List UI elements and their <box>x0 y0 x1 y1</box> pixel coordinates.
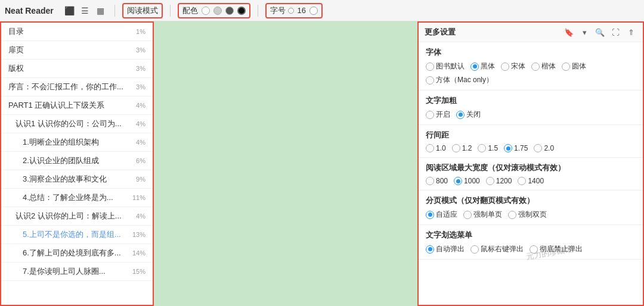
toc-item-percent: 4% <box>136 102 145 109</box>
collapse-icon[interactable]: ⇑ <box>625 26 637 38</box>
toc-item-percent: 4% <box>136 120 145 127</box>
radio-label: 1400 <box>528 177 544 185</box>
radio-circle <box>531 63 540 71</box>
radio-item[interactable]: 楷体 <box>531 61 556 71</box>
color-gray[interactable] <box>213 7 222 15</box>
radio-circle <box>486 177 494 185</box>
radio-label: 1000 <box>464 177 480 185</box>
radio-item[interactable]: 1.75 <box>504 144 528 152</box>
toc-item-text: 目录 <box>8 26 134 37</box>
radio-circle <box>504 144 512 152</box>
radio-label: 关闭 <box>466 110 481 120</box>
color-dark[interactable] <box>225 7 234 15</box>
toc-item-text: 1.明晰企业的组织架构 <box>23 137 134 148</box>
toc-item-percent: 4% <box>136 213 145 220</box>
radio-item[interactable]: 1.5 <box>478 144 498 152</box>
radio-item[interactable]: 开启 <box>426 110 450 120</box>
radio-label: 彻底禁止弹出 <box>540 244 583 254</box>
radio-item[interactable]: 黑体 <box>470 61 495 71</box>
radio-label: 800 <box>436 177 448 185</box>
settings-section: 行间距1.01.21.51.752.0 <box>419 125 643 158</box>
color-white[interactable] <box>202 7 210 15</box>
toc-item-percent: 3% <box>136 83 145 90</box>
radio-circle <box>426 144 434 152</box>
radio-item[interactable]: 2.0 <box>534 144 554 152</box>
radio-item[interactable]: 强制双页 <box>508 210 547 220</box>
radio-label: 自适应 <box>436 210 457 220</box>
radio-item[interactable]: 宋体 <box>501 61 525 71</box>
radio-circle <box>534 144 542 152</box>
toc-item[interactable]: 目录1% <box>1 23 153 41</box>
toc-item[interactable]: 3.洞察企业的故事和文化9% <box>1 170 153 189</box>
search-icon[interactable]: 🔍 <box>594 26 606 38</box>
toc-item-percent: 1% <box>136 28 145 35</box>
radio-item[interactable]: 方体（Mac only） <box>426 75 493 85</box>
radio-label: 鼠标右键弹出 <box>481 244 524 254</box>
radio-label: 宋体 <box>511 61 525 71</box>
radio-item[interactable]: 1400 <box>518 177 544 185</box>
radio-group: 图书默认黑体宋体楷体圆体方体（Mac only） <box>426 61 636 85</box>
grid-icon[interactable]: ▦ <box>94 4 107 17</box>
radio-circle <box>426 111 434 119</box>
font-size-increase[interactable] <box>309 7 318 15</box>
radio-circle <box>470 245 479 254</box>
radio-item[interactable]: 关闭 <box>456 110 481 120</box>
toc-item-text: 3.洞察企业的故事和文化 <box>23 174 134 185</box>
toc-item[interactable]: 1.明晰企业的组织架构4% <box>1 133 153 152</box>
toc-sidebar: 目录1%扉页3%版权3%序言：不会汇报工作，你的工作...3%PART1 正确认… <box>0 21 154 306</box>
toc-item[interactable]: 扉页3% <box>1 41 153 60</box>
toc-item-text: 5.上司不是你选的，而是组... <box>23 229 130 240</box>
settings-panel: 更多设置 🔖 ▾ 🔍 ⛶ ⇑ 字体图书默认黑体宋体楷体圆体方体（Mac only… <box>417 21 644 306</box>
list-icon[interactable]: ☰ <box>79 4 92 17</box>
radio-item[interactable]: 1.0 <box>426 144 446 152</box>
radio-item[interactable]: 1000 <box>454 177 480 185</box>
toc-item[interactable]: 6.了解上司的处境到底有多...14% <box>1 244 153 263</box>
toc-item-text: 6.了解上司的处境到底有多... <box>23 248 130 258</box>
main-area: 目录1%扉页3%版权3%序言：不会汇报工作，你的工作...3%PART1 正确认… <box>0 21 644 306</box>
radio-item[interactable]: 鼠标右键弹出 <box>470 244 524 254</box>
toc-item[interactable]: 版权3% <box>1 60 153 78</box>
settings-section: 文字划选菜单自动弹出鼠标右键弹出彻底禁止弹出 <box>419 225 643 260</box>
dropdown-icon[interactable]: ▾ <box>578 26 590 38</box>
toc-item-text: 认识1 认识你的公司：公司为... <box>16 118 134 129</box>
settings-section-title: 分页模式（仅对翻页模式有效） <box>426 195 636 206</box>
toc-item[interactable]: 认识2 认识你的上司：解读上...4% <box>1 207 153 226</box>
radio-label: 1.5 <box>488 144 498 152</box>
toc-item-percent: 14% <box>132 249 145 257</box>
radio-item[interactable]: 图书默认 <box>426 61 465 71</box>
radio-item[interactable]: 800 <box>426 177 448 185</box>
expand-icon[interactable]: ⛶ <box>609 26 621 38</box>
toc-item[interactable]: 2.认识企业的团队组成6% <box>1 152 153 170</box>
radio-item[interactable]: 1.2 <box>452 144 472 152</box>
color-label: 配色 <box>182 5 198 16</box>
copy-icon[interactable]: ⬛ <box>63 4 76 17</box>
toc-item-percent: 3% <box>136 65 145 72</box>
color-section: 配色 <box>178 3 250 18</box>
reading-mode-label: 阅读模式 <box>127 5 158 16</box>
toc-item[interactable]: 认识1 认识你的公司：公司为...4% <box>1 115 153 133</box>
radio-item[interactable]: 圆体 <box>562 61 586 71</box>
radio-item[interactable]: 自适应 <box>426 210 457 220</box>
settings-header-icons: 🔖 ▾ 🔍 ⛶ ⇑ <box>563 26 637 38</box>
toc-item[interactable]: 序言：不会汇报工作，你的工作...3% <box>1 78 153 96</box>
color-black[interactable] <box>237 7 246 15</box>
settings-section-title: 文字加粗 <box>426 95 636 106</box>
font-size-label: 字号 <box>270 5 286 16</box>
bookmark-icon[interactable]: 🔖 <box>563 26 575 38</box>
radio-item[interactable]: 彻底禁止弹出 <box>530 244 583 254</box>
radio-circle <box>463 211 472 219</box>
settings-header: 更多设置 🔖 ▾ 🔍 ⛶ ⇑ <box>419 23 643 42</box>
toc-item[interactable]: 4.总结：了解企业终是为...11% <box>1 189 153 207</box>
radio-circle <box>426 211 434 219</box>
toc-item[interactable]: 7.是你读明上司人脉圈...15% <box>1 263 153 281</box>
toc-item-percent: 6% <box>136 157 145 164</box>
settings-section-title: 字体 <box>426 47 636 58</box>
toc-item[interactable]: PART1 正确认识上下级关系4% <box>1 96 153 115</box>
settings-title: 更多设置 <box>425 27 456 38</box>
radio-item[interactable]: 1200 <box>486 177 512 185</box>
toc-item-percent: 13% <box>132 231 145 238</box>
font-size-decrease[interactable] <box>288 8 294 14</box>
radio-item[interactable]: 强制单页 <box>463 210 502 220</box>
radio-item[interactable]: 自动弹出 <box>426 244 465 254</box>
toc-item[interactable]: 5.上司不是你选的，而是组...13% <box>1 226 153 244</box>
